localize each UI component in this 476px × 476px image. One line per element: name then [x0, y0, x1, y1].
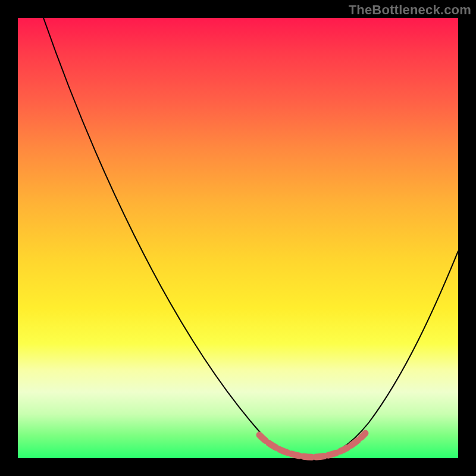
- chart-plot-area: [18, 18, 458, 458]
- optimal-range-marker: [259, 433, 365, 457]
- chart-svg: [18, 18, 458, 458]
- bottleneck-curve: [43, 18, 458, 457]
- watermark-text: TheBottleneck.com: [349, 2, 471, 18]
- chart-frame: TheBottleneck.com: [0, 0, 476, 476]
